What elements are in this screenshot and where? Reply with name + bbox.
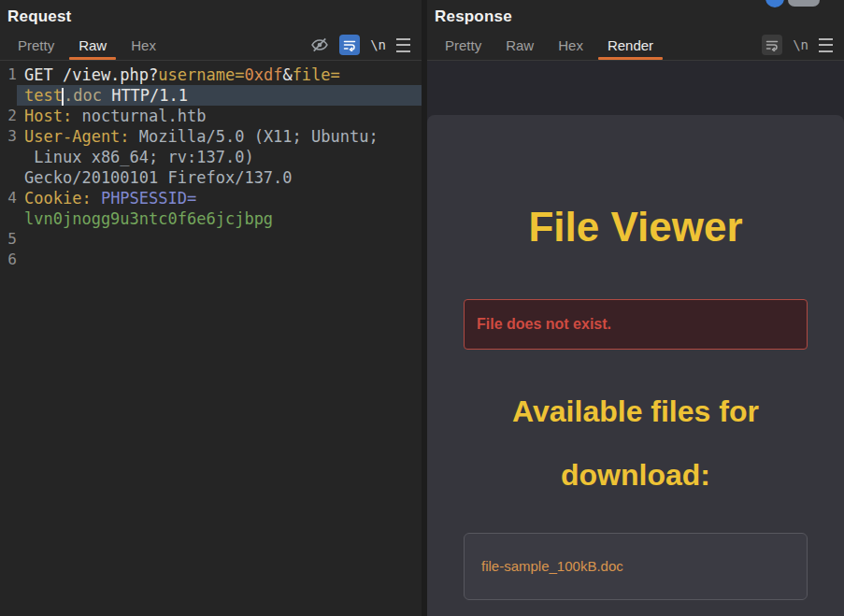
code-line[interactable]: 1GET /view.php?username=0xdf&file= (0, 64, 422, 85)
line-number: 2 (0, 106, 17, 126)
code-line[interactable]: lvn0jnogg9u3ntc0f6e6jcjbpg (0, 208, 422, 229)
response-tab-render[interactable]: Render (595, 30, 665, 60)
code-token: & (282, 65, 292, 84)
response-tab-hex[interactable]: Hex (546, 30, 595, 60)
soft-wrap-toggle[interactable] (762, 35, 782, 55)
request-tabs: PrettyRawHex (6, 30, 168, 60)
line-number: 4 (0, 188, 17, 208)
code-token: Host: (24, 107, 72, 125)
rendered-page: File Viewer File does not exist. Availab… (427, 115, 844, 616)
code-line-content: Host: nocturnal.htb (17, 106, 422, 126)
rendered-page-content: File Viewer File does not exist. Availab… (464, 207, 808, 600)
soft-wrap-toggle[interactable] (339, 35, 360, 55)
hamburger-menu-icon (396, 38, 410, 52)
code-token: GET /view.php? (24, 65, 158, 84)
code-token: .doc (64, 86, 102, 105)
code-token: PHPSESSID= (92, 189, 197, 208)
code-line[interactable]: test.doc HTTP/1.1 (0, 85, 422, 106)
response-render-viewport: File Viewer File does not exist. Availab… (427, 61, 844, 616)
page-title: File Viewer (464, 207, 808, 248)
repeater-view: Request PrettyRawHex \n (0, 0, 844, 616)
code-token: lvn0jnogg9u3ntc0f6e6jcjbpg (24, 209, 273, 228)
request-tab-bar: PrettyRawHex \n (0, 30, 422, 61)
code-line-content (17, 229, 422, 250)
code-line[interactable]: 2Host: nocturnal.htb (0, 106, 422, 126)
window-control-pill[interactable] (788, 0, 820, 7)
request-tab-hex[interactable]: Hex (119, 30, 168, 60)
code-line-content: GET /view.php?username=0xdf&file= (17, 64, 422, 85)
code-token: test (24, 86, 63, 105)
code-token: Cookie: (24, 189, 92, 208)
line-number: 6 (0, 250, 17, 270)
response-panel: Response PrettyRawHexRender \n Fil (427, 0, 844, 616)
code-line[interactable]: 6 (0, 250, 422, 270)
line-number: 5 (0, 229, 17, 250)
response-tab-icons: \n (762, 30, 838, 60)
line-number: 1 (0, 64, 17, 85)
code-line-content: Cookie: PHPSESSID= (17, 188, 422, 208)
file-list: file-sample_100kB.doc (464, 533, 808, 600)
code-token: 0xdf (244, 65, 282, 84)
request-panel: Request PrettyRawHex \n (0, 0, 422, 616)
response-tab-pretty[interactable]: Pretty (433, 30, 494, 60)
line-number (0, 208, 17, 229)
file-download-link[interactable]: file-sample_100kB.doc (481, 558, 623, 574)
code-line-content: lvn0jnogg9u3ntc0f6e6jcjbpg (17, 208, 422, 229)
response-tabs: PrettyRawHexRender (433, 30, 665, 60)
code-line-content: User-Agent: Mozilla/5.0 (X11; Ubuntu; (17, 126, 422, 147)
request-editor-lines: 1GET /view.php?username=0xdf&file=test.d… (0, 64, 422, 270)
code-line[interactable]: 5 (0, 229, 422, 250)
code-token: HTTP/1.1 (102, 86, 188, 105)
response-tab-raw[interactable]: Raw (494, 30, 546, 60)
request-panel-title: Request (0, 0, 422, 30)
response-menu-button[interactable] (819, 38, 833, 52)
code-line[interactable]: 4Cookie: PHPSESSID= (0, 188, 422, 208)
code-token: file= (293, 65, 340, 84)
code-line[interactable]: Gecko/20100101 Firefox/137.0 (0, 167, 422, 188)
request-tab-icons: \n (310, 30, 416, 60)
code-line-content: test.doc HTTP/1.1 (17, 85, 422, 106)
eye-off-icon (310, 36, 329, 54)
soft-wrap-icon (343, 38, 356, 51)
code-token: Gecko/20100101 Firefox/137.0 (24, 168, 293, 187)
hamburger-menu-icon (819, 38, 833, 52)
soft-wrap-icon (765, 38, 779, 51)
files-heading: Available files for download: (464, 380, 808, 507)
code-token: username= (158, 65, 244, 84)
show-newlines-toggle[interactable]: \n (793, 37, 808, 52)
file-entry: file-sample_100kB.doc (464, 533, 808, 600)
request-menu-button[interactable] (396, 38, 410, 52)
line-number (0, 147, 17, 167)
hide-nonprintable-icon[interactable] (310, 36, 329, 54)
line-number (0, 85, 17, 106)
response-tab-bar: PrettyRawHexRender \n (427, 30, 844, 61)
code-line[interactable]: Linux x86_64; rv:137.0) (0, 147, 422, 167)
request-editor[interactable]: 1GET /view.php?username=0xdf&file=test.d… (0, 61, 422, 616)
error-message-box: File does not exist. (464, 299, 808, 350)
code-token: Linux x86_64; rv:137.0) (24, 148, 254, 166)
request-tab-raw[interactable]: Raw (66, 30, 119, 60)
line-number (0, 167, 17, 188)
code-line-content (17, 250, 422, 270)
code-line-content: Gecko/20100101 Firefox/137.0 (17, 167, 422, 188)
code-line-content: Linux x86_64; rv:137.0) (17, 147, 422, 167)
line-number: 3 (0, 126, 17, 147)
code-token: nocturnal.htb (72, 107, 206, 125)
error-message-text: File does not exist. (477, 316, 611, 332)
code-token: User-Agent: (24, 127, 130, 146)
request-tab-pretty[interactable]: Pretty (6, 30, 66, 60)
code-line[interactable]: 3User-Agent: Mozilla/5.0 (X11; Ubuntu; (0, 126, 422, 147)
show-newlines-toggle[interactable]: \n (370, 37, 386, 52)
code-token: Mozilla/5.0 (X11; Ubuntu; (130, 127, 379, 146)
